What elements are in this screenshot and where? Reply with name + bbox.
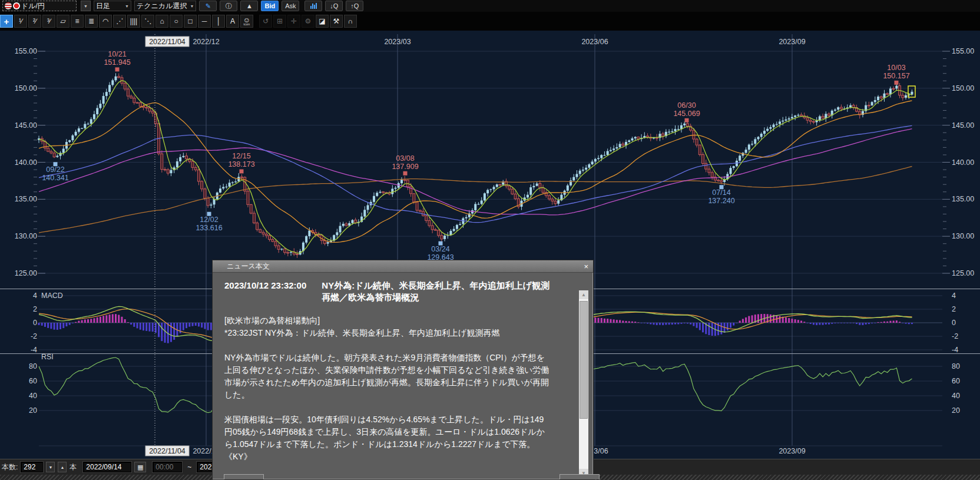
svg-text:60: 60 <box>952 377 960 385</box>
svg-text:4: 4 <box>952 292 956 300</box>
svg-text:03/24: 03/24 <box>431 245 449 253</box>
close-icon[interactable]: × <box>584 263 588 270</box>
trendline-1-tool-icon: ¹∕ <box>19 18 22 25</box>
magnet-tool[interactable]: ∩ <box>344 15 357 28</box>
fibo-arc-tool[interactable]: ◠ <box>99 15 112 28</box>
fibo-fan-tool[interactable]: ⋰ <box>113 15 126 28</box>
svg-text:135.00: 135.00 <box>952 195 974 203</box>
bar-count-label: 本数: <box>2 462 18 472</box>
rectangle-tool[interactable]: □ <box>184 15 197 28</box>
bar-count-input[interactable]: 292 <box>21 462 43 472</box>
svg-text:12/15: 12/15 <box>232 152 250 160</box>
popup-bottom-button-right[interactable] <box>559 474 600 479</box>
pair-dropdown-button[interactable]: ▼ <box>81 1 91 11</box>
svg-text:0: 0 <box>952 319 956 327</box>
start-date-input[interactable]: 2022/09/14 <box>83 462 131 472</box>
trendline-2-tool[interactable]: ²∕ <box>28 15 41 28</box>
trendline-3-tool[interactable]: ³∕ <box>42 15 55 28</box>
icon-stamp-tool[interactable]: ☺icon <box>240 15 253 28</box>
eraser-tool[interactable]: ◪ <box>316 15 329 28</box>
fibo-retracement-tool[interactable]: ≡ <box>71 15 84 28</box>
news-popup-titlebar[interactable]: ニュース本文 × <box>213 260 593 273</box>
svg-text:140.341: 140.341 <box>42 174 68 182</box>
scroll-up-icon[interactable]: ▲ <box>579 290 588 299</box>
period-label: 日足 <box>96 1 110 11</box>
jp-flag-icon <box>13 2 20 9</box>
bar-count-down-button[interactable]: ▼ <box>46 462 55 472</box>
chart-type-button[interactable]: ▲ <box>240 1 258 11</box>
bar-unit-label: 本 <box>69 462 77 472</box>
news-popup: ニュース本文 × 2023/10/12 23:32:00 NY外為:ドル続伸、米… <box>212 260 594 480</box>
news-scrollbar[interactable]: ▲ ▼ <box>579 290 588 478</box>
news-timestamp: 2023/10/12 23:32:00 <box>224 280 306 304</box>
info-icon: ⓘ <box>226 2 232 11</box>
svg-text:-4: -4 <box>952 346 958 354</box>
horizontal-line-tool[interactable]: ─ <box>198 15 211 28</box>
svg-text:130.00: 130.00 <box>952 232 974 240</box>
ruler-tool[interactable]: ▱ <box>57 15 69 28</box>
copy-tool-icon: ⊞ <box>277 18 283 25</box>
vertical-line-tool[interactable]: │ <box>212 15 225 28</box>
ellipse-tool[interactable]: ○ <box>170 15 183 28</box>
svg-text:145.00: 145.00 <box>952 121 974 130</box>
svg-text:133.616: 133.616 <box>196 224 222 232</box>
svg-text:2022/11/04: 2022/11/04 <box>149 38 186 46</box>
undo-tool-icon: ↺ <box>263 18 269 25</box>
news-scroll-thumb[interactable] <box>580 301 588 419</box>
copy-tool[interactable]: ⊞ <box>273 15 286 28</box>
svg-text:150.157: 150.157 <box>883 72 909 80</box>
fibo-arc-tool-icon: ◠ <box>102 18 108 25</box>
info-button[interactable]: ⓘ <box>220 1 237 11</box>
svg-text:07/14: 07/14 <box>712 188 730 197</box>
trendline-3-tool-icon: ³∕ <box>47 18 51 25</box>
icon-caption: icon <box>243 23 250 26</box>
ask-toggle-button[interactable]: Ask <box>282 1 299 11</box>
svg-text:60: 60 <box>29 377 37 385</box>
trendline-1-tool[interactable]: ¹∕ <box>14 15 27 28</box>
svg-text:140.00: 140.00 <box>15 158 37 167</box>
svg-text:145.00: 145.00 <box>15 121 37 130</box>
period-select[interactable]: 日足 ▼ <box>94 1 131 11</box>
draw-mode-button[interactable]: ✎ <box>199 1 217 11</box>
wrench-tool[interactable]: ⚙ <box>302 15 314 28</box>
svg-text:140.00: 140.00 <box>952 158 974 167</box>
pair-select[interactable]: ドル/円 <box>2 1 77 11</box>
gann-fan-tool[interactable]: ⋱ <box>141 15 154 28</box>
pentagon-tool-icon: ⌂ <box>160 18 164 25</box>
svg-text:135.00: 135.00 <box>15 195 37 203</box>
svg-text:155.00: 155.00 <box>952 47 974 55</box>
fibo-expansion-tool[interactable]: ≣ <box>85 15 98 28</box>
svg-text:2: 2 <box>33 305 37 313</box>
hand-tool[interactable]: ✛ <box>287 15 300 28</box>
crosshair-tool[interactable]: + <box>0 15 13 28</box>
svg-text:MACD: MACD <box>41 292 63 300</box>
chart-settings-tool[interactable]: ⚒ <box>330 15 343 28</box>
news-content: 2023/10/12 23:32:00 NY外為:ドル続伸、米長期金利上昇、年内… <box>213 273 593 463</box>
calendar-button[interactable]: ▦ <box>134 462 146 472</box>
fx-chart-app: ドル/円 ▼ 日足 ▼ テクニカル選択 ▼ ✎ ⓘ ▲ Bid Ask ↓Q ↑… <box>0 0 980 480</box>
svg-text:2023/03: 2023/03 <box>384 38 410 46</box>
hand-tool-icon: ✛ <box>291 18 297 25</box>
fibo-timezone-tool[interactable]: |||| <box>127 15 140 28</box>
undo-tool[interactable]: ↺ <box>259 15 272 28</box>
pencil-icon: ✎ <box>206 2 211 10</box>
start-time-input[interactable]: 00:00 <box>153 462 182 472</box>
svg-text:RSI: RSI <box>41 353 54 361</box>
bid-toggle-button[interactable]: Bid <box>261 1 279 11</box>
vertical-zoom-out-button[interactable]: ↓Q <box>325 1 343 11</box>
svg-text:125.00: 125.00 <box>15 269 37 277</box>
technical-select-button[interactable]: テクニカル選択 ▼ <box>134 1 196 11</box>
ellipse-tool-icon: ○ <box>174 18 178 25</box>
pentagon-tool[interactable]: ⌂ <box>155 15 168 28</box>
text-tool[interactable]: A <box>226 15 239 28</box>
vertical-zoom-in-button[interactable]: ↑Q <box>346 1 363 11</box>
news-body-text: [欧米市場の為替相場動向] *23:32JST NY外為：ドル続伸、米長期金利上… <box>224 315 552 463</box>
svg-text:09/22: 09/22 <box>46 165 64 174</box>
fibo-retracement-tool-icon: ≡ <box>75 18 79 25</box>
svg-text:80: 80 <box>952 362 960 370</box>
bar-count-up-button[interactable]: ▲ <box>58 462 67 472</box>
mountain-icon: ▲ <box>246 2 253 9</box>
gann-fan-tool-icon: ⋱ <box>144 18 151 25</box>
volume-bars-button[interactable] <box>304 1 322 11</box>
popup-bottom-button-left[interactable] <box>224 474 264 479</box>
